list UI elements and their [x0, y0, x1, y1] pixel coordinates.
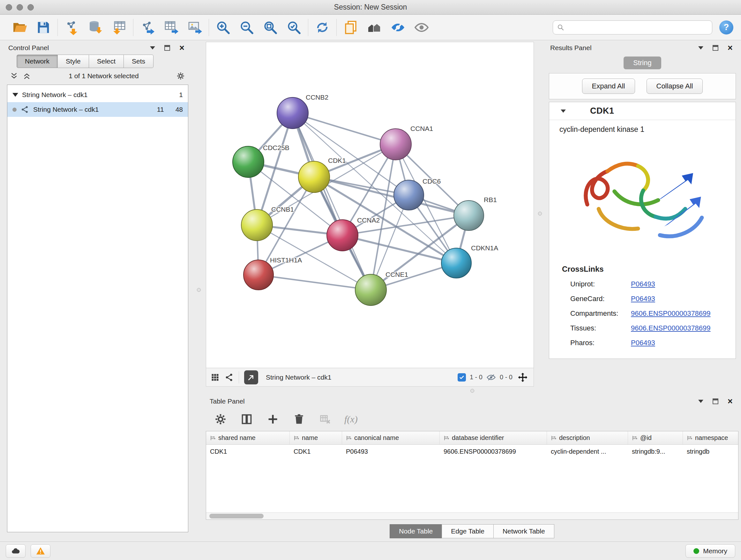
column-header[interactable]: database identifier — [440, 431, 547, 444]
cell-name[interactable]: CDK1 — [290, 445, 342, 458]
hide-selection-button[interactable] — [389, 18, 407, 37]
move-pan-icon[interactable] — [516, 371, 529, 384]
crosslink-link[interactable]: 9606.ENSP00000378699 — [631, 309, 711, 318]
copy-document-icon — [343, 20, 358, 35]
cloud-status-button[interactable] — [6, 544, 25, 558]
tab-network[interactable]: Network — [17, 55, 58, 68]
network-collection-row[interactable]: String Network – cdk1 1 — [7, 87, 188, 102]
scrollbar-thumb[interactable] — [209, 514, 264, 518]
refresh-button[interactable] — [313, 18, 331, 37]
network-row[interactable]: String Network – cdk1 11 48 — [7, 102, 188, 117]
float-panel-button[interactable] — [711, 397, 720, 406]
browser-button[interactable] — [365, 18, 383, 37]
collapse-all-button[interactable]: Collapse All — [647, 78, 703, 94]
column-header[interactable]: shared name — [206, 431, 290, 444]
cell-namespace[interactable]: stringdb — [683, 445, 738, 458]
expand-all-button[interactable] — [22, 71, 31, 80]
import-network-database-button[interactable] — [86, 18, 105, 37]
import-network-file-button[interactable] — [63, 18, 81, 37]
gene-section-header[interactable]: CDK1 — [549, 102, 736, 120]
column-header[interactable]: namespace — [683, 431, 738, 444]
expander-icon[interactable] — [12, 93, 18, 97]
tab-sets[interactable]: Sets — [124, 55, 153, 68]
zoom-out-button[interactable] — [238, 18, 256, 37]
export-network-button[interactable] — [138, 18, 156, 37]
table-settings-button[interactable] — [213, 412, 227, 426]
crosslink-link[interactable]: 9606.ENSP00000378699 — [631, 324, 711, 332]
zoom-selected-button[interactable] — [285, 18, 303, 37]
horizontal-scrollbar[interactable] — [206, 512, 738, 519]
add-column-button[interactable] — [266, 412, 280, 426]
hidden-items-icon[interactable] — [486, 373, 496, 382]
column-header[interactable]: description — [547, 431, 628, 444]
splitter-handle[interactable] — [470, 389, 474, 393]
warnings-button[interactable] — [30, 544, 51, 558]
open-in-new-window-button[interactable] — [244, 370, 258, 384]
birds-eye-view-button[interactable] — [211, 373, 219, 382]
cell-canonical-name[interactable]: P06493 — [342, 445, 440, 458]
panel-menu-button[interactable] — [696, 44, 705, 52]
column-header[interactable]: @id — [628, 431, 683, 444]
open-session-button[interactable] — [11, 18, 29, 37]
cell-id[interactable]: stringdb:9... — [628, 445, 683, 458]
crosslink-link[interactable]: P06493 — [631, 339, 655, 347]
string-source-badge[interactable]: String — [623, 57, 661, 69]
collapse-all-button[interactable] — [10, 71, 18, 80]
cell-description[interactable]: cyclin-dependent ... — [547, 445, 628, 458]
status-bar: Memory — [0, 542, 741, 560]
copy-button[interactable] — [342, 18, 360, 37]
show-all-button[interactable] — [413, 18, 430, 37]
network-canvas[interactable]: CCNB2CCNA1CDC25BCDK1CDC6RB1CCNB1CCNA2CDK… — [206, 42, 534, 368]
tab-style[interactable]: Style — [58, 55, 89, 68]
expand-all-button[interactable]: Expand All — [582, 78, 635, 94]
zoom-in-button[interactable] — [214, 18, 232, 37]
panel-menu-button[interactable] — [148, 44, 157, 52]
collapse-section-icon[interactable] — [561, 110, 566, 113]
memory-status-icon — [693, 548, 699, 554]
float-panel-button[interactable] — [711, 44, 720, 52]
import-table-button[interactable] — [110, 18, 128, 37]
gear-icon[interactable] — [176, 71, 185, 80]
splitter-handle[interactable] — [197, 288, 201, 292]
zoom-fit-button[interactable] — [261, 18, 279, 37]
float-panel-button[interactable] — [163, 44, 172, 52]
selected-items-checkbox[interactable] — [458, 373, 466, 381]
network-type-icon — [20, 105, 29, 114]
cell-shared-name[interactable]: CDK1 — [206, 445, 290, 458]
minimize-window-button[interactable] — [17, 4, 23, 10]
tab-network-table[interactable]: Network Table — [493, 524, 554, 538]
column-header[interactable]: canonical name — [342, 431, 440, 444]
node-count: 11 — [157, 106, 164, 113]
crosslink-link[interactable]: P06493 — [631, 295, 655, 303]
export-table-button[interactable] — [162, 18, 180, 37]
show-columns-button[interactable] — [240, 412, 254, 426]
panel-menu-button[interactable] — [696, 397, 705, 406]
memory-button[interactable]: Memory — [685, 544, 735, 558]
column-header[interactable]: name — [290, 431, 342, 444]
control-panel-title: Control Panel — [8, 44, 49, 52]
export-image-button[interactable] — [186, 18, 204, 37]
delete-column-button[interactable] — [292, 412, 306, 426]
share-network-icon[interactable] — [225, 373, 233, 382]
close-panel-button[interactable]: × — [726, 397, 735, 406]
table-header-row: shared name name canonical name database… — [206, 431, 738, 445]
cell-database-identifier[interactable]: 9606.ENSP00000378699 — [440, 445, 547, 458]
tab-edge-table[interactable]: Edge Table — [442, 524, 494, 538]
tab-select[interactable]: Select — [89, 55, 124, 68]
splitter-handle[interactable] — [538, 212, 542, 215]
table-row[interactable]: CDK1 CDK1 P06493 9606.ENSP00000378699 cy… — [206, 445, 738, 458]
crosslink-link[interactable]: P06493 — [631, 280, 655, 288]
search-field[interactable] — [553, 20, 712, 35]
function-builder-button[interactable]: f(x) — [344, 414, 358, 425]
results-panel: Results Panel × String Expand All Collap… — [546, 42, 738, 359]
close-window-button[interactable] — [6, 4, 12, 10]
search-input[interactable] — [567, 23, 708, 31]
maximize-window-button[interactable] — [27, 4, 34, 10]
help-button[interactable]: ? — [719, 20, 733, 35]
tab-node-table[interactable]: Node Table — [390, 524, 442, 538]
network-selection-bar: 1 of 1 Network selected — [4, 68, 190, 84]
save-session-button[interactable] — [35, 18, 52, 37]
close-panel-button[interactable]: × — [726, 44, 735, 52]
close-panel-button[interactable]: × — [178, 44, 186, 52]
clear-table-button[interactable] — [318, 412, 332, 426]
